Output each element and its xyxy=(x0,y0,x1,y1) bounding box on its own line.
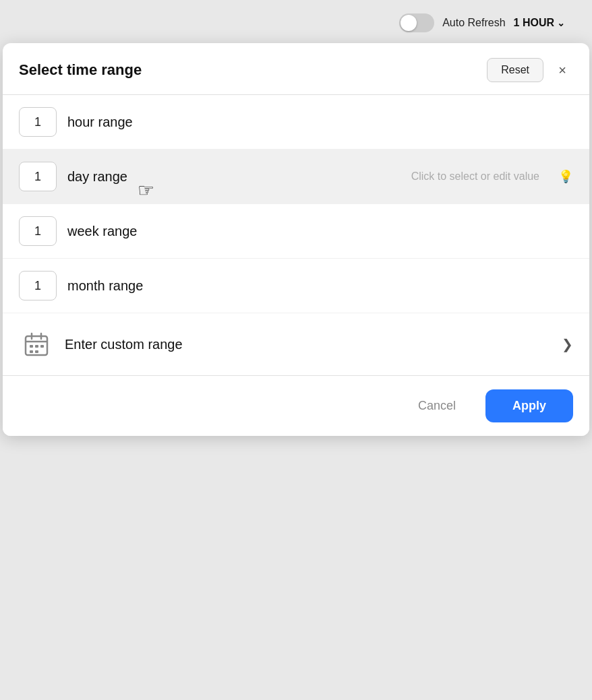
auto-refresh-label: Auto Refresh xyxy=(442,17,505,29)
month-range-label: month range xyxy=(67,278,143,294)
svg-rect-5 xyxy=(35,345,38,348)
hour-range-label: hour range xyxy=(67,115,133,130)
month-range-row[interactable]: 1 month range xyxy=(3,259,589,313)
lightbulb-icon: 💡 xyxy=(558,169,573,184)
day-range-row[interactable]: 1 day range Click to select or edit valu… xyxy=(3,150,589,204)
modal-title: Select time range xyxy=(19,61,142,79)
time-range-modal: Select time range Reset × 1 hour range 1… xyxy=(3,43,589,436)
week-value-box[interactable]: 1 xyxy=(19,216,57,246)
hint-text: Click to select or edit value xyxy=(411,170,539,183)
calendar-icon xyxy=(19,327,54,362)
hour-dropdown[interactable]: 1 HOUR ⌄ xyxy=(514,17,565,29)
top-bar: Auto Refresh 1 HOUR ⌄ xyxy=(399,13,592,32)
day-value-box[interactable]: 1 xyxy=(19,162,57,191)
header-actions: Reset × xyxy=(487,58,573,82)
chevron-right-icon: ❯ xyxy=(562,336,573,352)
apply-button[interactable]: Apply xyxy=(485,389,573,422)
modal-footer: Cancel Apply xyxy=(3,375,589,436)
hour-value-box[interactable]: 1 xyxy=(19,107,57,137)
week-value: 1 xyxy=(34,224,41,238)
custom-range-row[interactable]: Enter custom range ❯ xyxy=(3,313,589,375)
svg-rect-6 xyxy=(30,350,33,353)
custom-range-label: Enter custom range xyxy=(65,337,551,352)
day-range-label: day range xyxy=(67,169,127,185)
day-value: 1 xyxy=(34,170,41,184)
reset-button[interactable]: Reset xyxy=(487,58,543,82)
cancel-button[interactable]: Cancel xyxy=(399,389,475,422)
month-value-box[interactable]: 1 xyxy=(19,271,57,300)
week-range-row[interactable]: 1 week range xyxy=(3,204,589,259)
svg-rect-7 xyxy=(35,350,38,353)
toggle-knob xyxy=(401,15,417,31)
modal-body: 1 hour range 1 day range Click to select… xyxy=(3,95,589,375)
pointer-cursor: ☞ xyxy=(138,179,154,201)
svg-rect-4 xyxy=(30,345,33,348)
week-range-label: week range xyxy=(67,224,137,239)
calendar-svg xyxy=(23,331,50,358)
hour-range-row[interactable]: 1 hour range xyxy=(3,95,589,150)
month-value: 1 xyxy=(34,279,41,293)
svg-rect-8 xyxy=(40,345,44,348)
chevron-down-icon: ⌄ xyxy=(557,18,565,28)
hour-value: 1 xyxy=(34,115,41,129)
auto-refresh-toggle[interactable] xyxy=(399,13,434,32)
modal-header: Select time range Reset × xyxy=(3,43,589,95)
close-button[interactable]: × xyxy=(552,59,573,81)
hour-label: 1 HOUR xyxy=(514,17,554,29)
